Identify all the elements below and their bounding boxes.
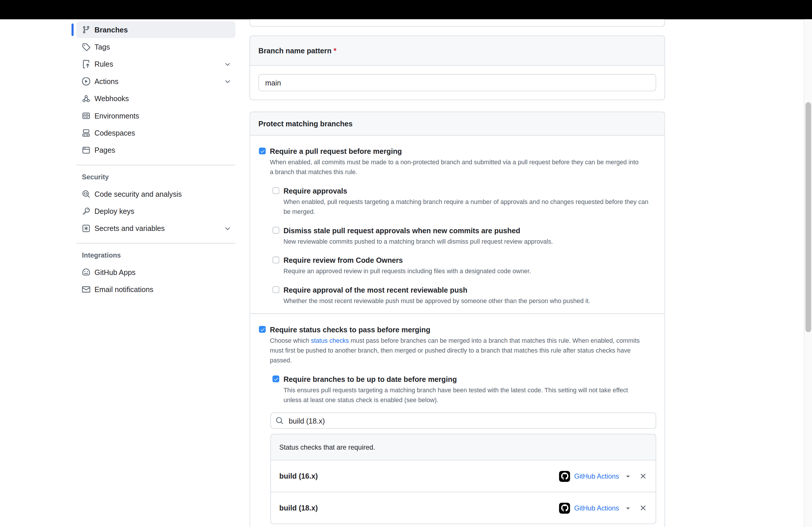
sidebar-item-secrets-variables[interactable]: Secrets and variables — [76, 220, 235, 237]
code-owners-label[interactable]: Require review from Code Owners — [283, 255, 403, 266]
sidebar-item-label: Codespaces — [95, 129, 135, 137]
triangle-down-icon[interactable] — [624, 505, 632, 512]
require-approvals-item: Require approvals When enabled, pull req… — [273, 186, 656, 217]
status-checks-link[interactable]: status checks — [311, 337, 349, 344]
sidebar-item-label: Actions — [95, 77, 119, 86]
require-approvals-desc: When enabled, pull requests targeting a … — [283, 197, 656, 217]
remove-status-check-icon[interactable] — [639, 472, 647, 480]
require-status-checks-desc: Choose which status checks must pass bef… — [270, 336, 650, 366]
branch-name-pattern-title: Branch name pattern — [258, 46, 332, 55]
sidebar-item-label: Tags — [95, 43, 110, 51]
require-pull-request-desc: When enabled, all commits must be made t… — [270, 157, 641, 177]
dismiss-stale-checkbox[interactable] — [273, 227, 279, 234]
triangle-down-icon[interactable] — [624, 472, 632, 480]
branch-protection-settings: Branch name pattern* Protect matching br… — [249, 19, 665, 527]
chevron-down-icon[interactable] — [224, 78, 231, 85]
scrollbar-thumb[interactable] — [805, 102, 811, 332]
github-mark-icon — [559, 502, 570, 513]
sidebar-item-label: Environments — [95, 111, 139, 120]
branch-name-pattern-header: Branch name pattern* — [250, 36, 664, 66]
codespaces-icon — [82, 129, 90, 137]
sidebar-item-label: Pages — [95, 146, 115, 154]
require-pull-request-checkbox[interactable] — [259, 148, 266, 154]
sidebar-section-integrations: Integrations — [76, 249, 235, 261]
sidebar-item-label: Email notifications — [95, 285, 154, 294]
sidebar-divider — [76, 165, 235, 165]
sidebar-item-code-security[interactable]: Code security and analysis — [76, 186, 235, 202]
page: Branches Tags Rules Actions — [0, 0, 812, 527]
github-actions-link[interactable]: GitHub Actions — [574, 504, 619, 512]
dismiss-stale-item: Dismiss stale pull request approvals whe… — [273, 225, 656, 247]
sidebar-item-rules[interactable]: Rules — [76, 56, 235, 73]
required-asterisk: * — [334, 46, 336, 55]
sidebar-item-label: GitHub Apps — [95, 268, 135, 276]
play-icon — [82, 77, 90, 86]
require-pull-request-item: Require a pull request before merging — [259, 146, 656, 156]
status-check-row: build (16.x) GitHub Actions — [271, 461, 656, 492]
up-to-date-desc: This ensures pull requests targeting a m… — [283, 385, 645, 405]
protect-matching-branches-card: Protect matching branches Require a pull… — [249, 111, 665, 527]
recent-push-label[interactable]: Require approval of the most recent revi… — [283, 285, 467, 295]
require-status-checks-label[interactable]: Require status checks to pass before mer… — [270, 325, 430, 335]
github-actions-link[interactable]: GitHub Actions — [574, 472, 619, 480]
sidebar-item-label: Branches — [95, 26, 128, 34]
clipped-card-bottom — [249, 19, 665, 27]
protect-matching-branches-header: Protect matching branches — [250, 112, 664, 136]
branch-name-pattern-card: Branch name pattern* — [249, 35, 665, 100]
require-status-checks-checkbox[interactable] — [259, 326, 266, 333]
sidebar-item-label: Webhooks — [95, 94, 129, 103]
settings-sidebar: Branches Tags Rules Actions — [72, 21, 235, 298]
webhooks-icon — [82, 94, 90, 103]
code-owners-item: Require review from Code Owners Require … — [273, 255, 656, 276]
sidebar-item-tags[interactable]: Tags — [76, 39, 235, 55]
sidebar-item-email-notifications[interactable]: Email notifications — [76, 281, 235, 298]
up-to-date-item: Require branches to be up to date before… — [273, 374, 656, 405]
git-branch-icon — [82, 26, 90, 34]
sidebar-item-label: Secrets and variables — [95, 224, 165, 232]
sidebar-section-security: Security — [76, 171, 235, 183]
require-approvals-checkbox[interactable] — [273, 187, 279, 194]
codescan-icon — [82, 190, 90, 198]
sidebar-item-github-apps[interactable]: GitHub Apps — [76, 264, 235, 281]
sidebar-item-codespaces[interactable]: Codespaces — [76, 124, 235, 141]
search-icon — [276, 417, 283, 424]
require-status-checks-item: Require status checks to pass before mer… — [259, 325, 656, 335]
code-owners-checkbox[interactable] — [273, 257, 279, 264]
require-approvals-label[interactable]: Require approvals — [283, 186, 347, 196]
status-check-search — [270, 412, 656, 429]
sidebar-item-pages[interactable]: Pages — [76, 142, 235, 159]
status-check-row: build (18.x) GitHub Actions — [271, 492, 656, 524]
dismiss-stale-desc: New reviewable commits pushed to a match… — [283, 237, 656, 246]
top-black-bar — [0, 0, 812, 19]
sidebar-item-deploy-keys[interactable]: Deploy keys — [76, 203, 235, 220]
sidebar-item-environments[interactable]: Environments — [76, 107, 235, 124]
tag-icon — [82, 43, 90, 51]
secret-asterisk-icon — [82, 224, 90, 232]
server-icon — [82, 111, 90, 120]
chevron-down-icon[interactable] — [224, 225, 231, 232]
remove-status-check-icon[interactable] — [639, 504, 647, 512]
branch-name-pattern-input[interactable] — [258, 74, 656, 91]
rules-icon — [82, 60, 90, 69]
sidebar-item-label: Deploy keys — [95, 207, 134, 215]
status-check-search-input[interactable] — [270, 412, 656, 429]
dismiss-stale-label[interactable]: Dismiss stale pull request approvals whe… — [283, 225, 520, 236]
up-to-date-label[interactable]: Require branches to be up to date before… — [283, 374, 457, 385]
status-checks-rule-row: Require status checks to pass before mer… — [250, 314, 664, 527]
hubot-icon — [82, 268, 90, 276]
sidebar-item-webhooks[interactable]: Webhooks — [76, 90, 235, 107]
sidebar-item-actions[interactable]: Actions — [76, 73, 235, 90]
browser-icon — [82, 146, 90, 154]
sidebar-item-branches[interactable]: Branches — [76, 21, 235, 38]
recent-push-checkbox[interactable] — [273, 286, 279, 293]
required-status-checks-panel: Status checks that are required. build (… — [270, 434, 656, 524]
require-pull-request-label[interactable]: Require a pull request before merging — [270, 146, 402, 156]
key-icon — [82, 207, 90, 215]
chevron-down-icon[interactable] — [224, 61, 231, 68]
code-owners-desc: Require an approved review in pull reque… — [283, 267, 656, 276]
mail-icon — [82, 285, 90, 294]
sidebar-item-label: Rules — [95, 60, 113, 69]
up-to-date-checkbox[interactable] — [273, 375, 279, 382]
recent-push-item: Require approval of the most recent revi… — [273, 285, 656, 306]
scrollbar-track[interactable] — [804, 19, 812, 527]
